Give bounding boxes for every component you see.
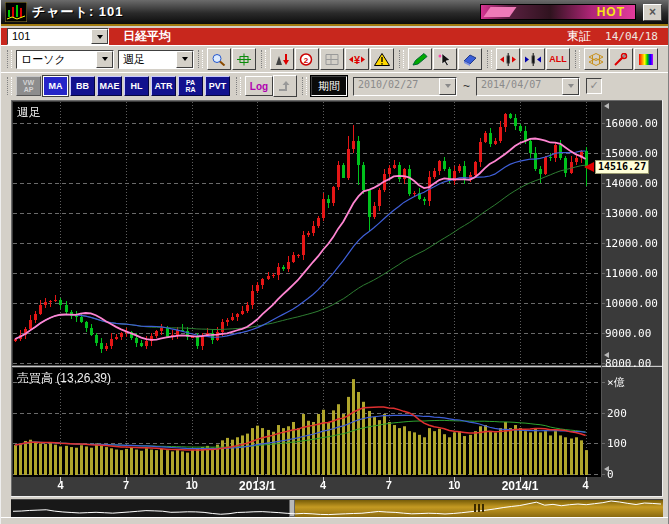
period-to-arrow-icon[interactable] <box>562 78 579 95</box>
indicator-atr-button[interactable]: ATR <box>151 76 176 96</box>
draw-stamp-icon[interactable] <box>270 48 294 70</box>
period-to-combo[interactable]: 2014/04/07 <box>476 77 580 96</box>
price-volume-chart[interactable] <box>11 100 663 497</box>
navigator-scrollbar[interactable] <box>11 499 663 517</box>
indicator-vwap-button[interactable]: VW AP <box>16 76 41 96</box>
toolbar-indicators: VW AP MA BB MAE HL ATR PA RA PVT Log 期間 … <box>1 72 668 99</box>
hot-badge: HOT <box>480 4 636 20</box>
toolbar-grip[interactable] <box>487 50 492 68</box>
instrument-name: 日経平均 <box>123 28 171 45</box>
toolbar-grip[interactable] <box>575 50 580 68</box>
toolbar-main: ローソク 週足 2 ¥ <box>1 45 668 72</box>
indicator-bb-button[interactable]: BB <box>70 76 95 96</box>
expand-candles-icon[interactable] <box>496 48 520 70</box>
exchange-label: 東証 <box>567 28 591 45</box>
chart-type-combo[interactable]: ローソク <box>16 50 114 69</box>
timeframe-arrow-icon[interactable] <box>176 51 193 68</box>
eraser-icon[interactable] <box>458 48 482 70</box>
quote-bar: 101 日経平均 東証 14/04/18 <box>1 28 668 45</box>
titlebar[interactable]: チャート: 101 HOT × <box>1 0 668 26</box>
crosshair-icon[interactable] <box>232 48 256 70</box>
toolbar-grip[interactable] <box>302 77 307 95</box>
grid-icon[interactable] <box>320 48 344 70</box>
jump-arrow-icon[interactable] <box>273 75 297 97</box>
toolbar-grip[interactable] <box>236 77 241 95</box>
indicator-hl-button[interactable]: HL <box>124 76 149 96</box>
period-from-combo[interactable]: 2010/02/27 <box>353 77 457 96</box>
log-scale-button[interactable]: Log <box>245 76 273 96</box>
svg-text:¥: ¥ <box>354 54 361 66</box>
select-cursor-icon[interactable] <box>433 48 457 70</box>
all-button[interactable]: ALL <box>546 48 570 70</box>
period-button[interactable]: 期間 <box>311 76 347 96</box>
period-to-value[interactable]: 2014/04/07 <box>477 78 562 95</box>
capture-2-icon[interactable]: 2 <box>295 48 319 70</box>
hot-slash-decoration <box>483 7 516 17</box>
toolbar-grip[interactable] <box>7 50 12 68</box>
alert-icon[interactable] <box>370 48 394 70</box>
hot-badge-label: HOT <box>597 5 625 19</box>
mesh-icon[interactable] <box>584 48 608 70</box>
compress-candles-icon[interactable] <box>521 48 545 70</box>
zoom-icon[interactable] <box>207 48 231 70</box>
indicator-pvt-button[interactable]: PVT <box>205 76 230 96</box>
quote-date: 14/04/18 <box>605 30 658 43</box>
toolbar-grip[interactable] <box>261 50 266 68</box>
chart-type-arrow-icon[interactable] <box>96 51 113 68</box>
symbol-combo-arrow-icon[interactable] <box>91 29 108 44</box>
palette-icon[interactable] <box>634 48 658 70</box>
left-margin <box>1 99 11 524</box>
indicator-ma-button[interactable]: MA <box>43 76 68 96</box>
settings-tools-icon[interactable] <box>609 48 633 70</box>
close-icon[interactable]: × <box>643 4 662 21</box>
period-checkbox[interactable]: ✓ <box>586 78 602 94</box>
toolbar-grip[interactable] <box>399 50 404 68</box>
svg-text:2: 2 <box>304 55 309 64</box>
app-icon <box>5 2 27 22</box>
period-from-value[interactable]: 2010/02/27 <box>354 78 439 95</box>
status-bar <box>1 517 668 524</box>
period-from-arrow-icon[interactable] <box>439 78 456 95</box>
pencil-icon[interactable] <box>408 48 432 70</box>
chart-type-value[interactable]: ローソク <box>17 51 96 68</box>
indicator-para-button[interactable]: PA RA <box>178 76 203 96</box>
timeframe-combo[interactable]: 週足 <box>118 50 194 69</box>
chart-window: チャート: 101 HOT × 101 日経平均 東証 14/04/18 ローソ… <box>0 0 669 524</box>
toolbar-grip[interactable] <box>7 77 12 95</box>
symbol-combo[interactable]: 101 <box>7 28 109 45</box>
timeframe-value[interactable]: 週足 <box>119 51 176 68</box>
window-title: チャート: 101 <box>32 3 124 21</box>
indicator-mae-button[interactable]: MAE <box>97 76 122 96</box>
symbol-input[interactable]: 101 <box>8 29 91 44</box>
period-tilde: ~ <box>463 79 470 93</box>
toolbar-grip[interactable] <box>198 50 203 68</box>
yen-convert-icon[interactable]: ¥ <box>345 48 369 70</box>
